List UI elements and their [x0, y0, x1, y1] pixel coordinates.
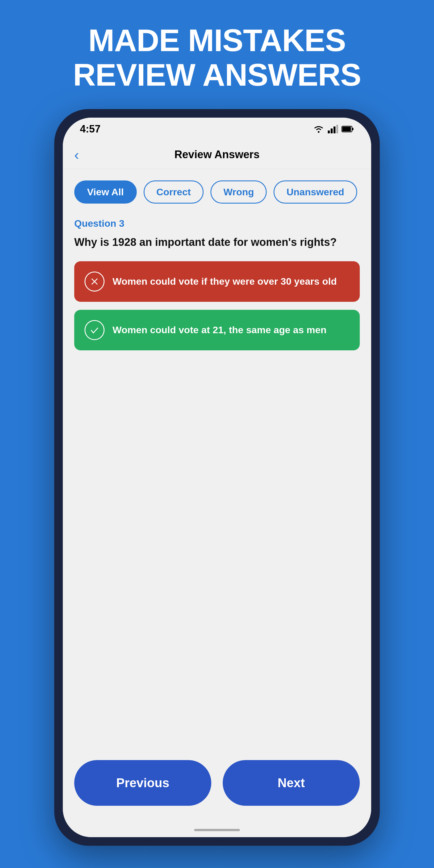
filter-unanswered[interactable]: Unanswered [274, 181, 357, 204]
signal-icon [328, 125, 338, 133]
answer-wrong-option[interactable]: Women could vote if they were over 30 ye… [74, 261, 360, 302]
phone-screen: 4:57 [63, 118, 371, 837]
checkmark-icon [89, 324, 100, 336]
svg-rect-7 [342, 127, 351, 131]
question-area: Question 3 Why is 1928 an important date… [63, 212, 371, 751]
filter-correct[interactable]: Correct [144, 181, 204, 204]
x-icon [89, 276, 100, 287]
next-button[interactable]: Next [223, 760, 360, 806]
top-nav: ‹ Review Answers [63, 141, 371, 169]
status-bar: 4:57 [63, 118, 371, 141]
correct-answer-text: Women could vote at 21, the same age as … [113, 323, 327, 337]
phone-device: 4:57 [54, 109, 380, 846]
svg-rect-2 [331, 128, 333, 133]
nav-title: Review Answers [175, 149, 260, 161]
bottom-bar: Previous Next [63, 751, 371, 823]
svg-rect-3 [334, 126, 336, 133]
battery-icon [341, 125, 354, 133]
svg-rect-1 [328, 130, 330, 133]
status-icons [313, 125, 354, 133]
filter-view-all[interactable]: View All [74, 181, 137, 204]
home-bar [194, 829, 240, 831]
answer-correct-option[interactable]: Women could vote at 21, the same age as … [74, 310, 360, 350]
back-button[interactable]: ‹ [74, 148, 79, 162]
svg-rect-4 [336, 125, 338, 133]
svg-point-0 [318, 131, 319, 133]
question-label: Question 3 [74, 218, 360, 229]
home-indicator [63, 823, 371, 837]
wifi-icon [313, 125, 324, 133]
correct-icon [85, 320, 104, 340]
filter-row: View All Correct Wrong Unanswered [63, 169, 371, 212]
wrong-answer-text: Women could vote if they were over 30 ye… [113, 275, 337, 288]
previous-button[interactable]: Previous [74, 760, 211, 806]
question-text: Why is 1928 an important date for women'… [74, 235, 360, 250]
wrong-icon [85, 272, 104, 291]
status-time: 4:57 [80, 123, 100, 135]
filter-wrong[interactable]: Wrong [211, 181, 267, 204]
hero-title: MADE MISTAKES REVIEW ANSWERS [73, 23, 361, 92]
svg-rect-6 [352, 128, 353, 130]
